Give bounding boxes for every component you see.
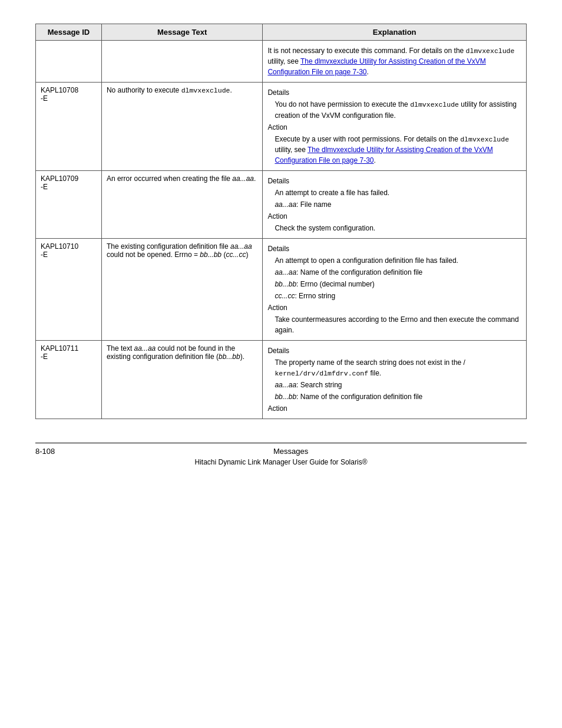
section-label-action: Action xyxy=(267,211,521,222)
link-dlmvx-1[interactable]: The dlmvxexclude Utility for Assisting C… xyxy=(267,57,485,76)
cell-explanation: Details The property name of the search … xyxy=(263,340,527,419)
section-label-details: Details xyxy=(267,345,521,356)
cell-msg-text: An error occurred when creating the file… xyxy=(101,170,263,238)
section-label-action: Action xyxy=(267,403,521,414)
col-header-explanation: Explanation xyxy=(263,24,527,41)
section-label-action: Action xyxy=(267,302,521,313)
footer-center: Messages xyxy=(273,447,308,456)
page-number: 8-108 xyxy=(35,447,55,456)
link-dlmvx-2[interactable]: The dlmvxexclude Utility for Assisting C… xyxy=(275,146,492,164)
italic-text-2: bb...bb xyxy=(275,393,296,401)
detail-text: An attempt to create a file has failed. xyxy=(267,187,521,198)
section-label-details: Details xyxy=(267,176,521,186)
cell-msg-text: The existing configuration definition fi… xyxy=(101,238,263,340)
col-header-msg-id: Message ID xyxy=(36,24,102,41)
section-label-action: Action xyxy=(267,122,521,133)
detail-text-2: aa...aa: Search string xyxy=(267,380,521,390)
footer-bottom: Hitachi Dynamic Link Manager User Guide … xyxy=(35,458,527,466)
footer-title: Hitachi Dynamic Link Manager User Guide … xyxy=(195,458,368,466)
detail-text: The property name of the search string d… xyxy=(267,357,521,378)
detail-text-2: aa...aa: Name of the configuration defin… xyxy=(267,267,521,278)
italic-text: aa...aa xyxy=(275,200,296,209)
mono-text: kernel/drv/dlmfdrv.conf xyxy=(275,370,368,377)
mono-text: dlmvxexclude xyxy=(466,47,515,55)
detail-text-4: cc...cc: Errno string xyxy=(267,291,521,301)
italic-text: aa...aa xyxy=(232,174,254,183)
mono-text: dlmvxexclude xyxy=(181,87,230,94)
italic-text-3: cc...cc xyxy=(226,251,246,259)
table-row: KAPL10709-E An error occurred when creat… xyxy=(36,170,527,238)
page-content: Message ID Message Text Explanation It i… xyxy=(35,24,527,466)
footer-top: 8-108 Messages xyxy=(35,447,527,456)
table-row: KAPL10710-E The existing configuration d… xyxy=(36,238,527,340)
table-row: It is not necessary to execute this comm… xyxy=(36,41,527,83)
detail-text-2: aa...aa: File name xyxy=(267,199,521,210)
italic-text: aa...aa xyxy=(134,344,156,353)
table-row: KAPL10711-E The text aa...aa could not b… xyxy=(36,340,527,419)
detail-text: You do not have permission to execute th… xyxy=(267,99,521,120)
cell-msg-text: The text aa...aa could not be found in t… xyxy=(101,340,263,419)
detail-text-3: bb...bb: Errno (decimal number) xyxy=(267,279,521,289)
italic-text: aa...aa xyxy=(275,381,296,389)
action-text: Take countermeasures according to the Er… xyxy=(267,314,521,335)
cell-explanation: Details An attempt to create a file has … xyxy=(263,170,527,238)
italic-text-2: bb...bb xyxy=(219,353,240,361)
col-header-msg-text: Message Text xyxy=(101,24,263,41)
cell-msg-id: KAPL10710-E xyxy=(36,238,102,340)
main-table: Message ID Message Text Explanation It i… xyxy=(35,24,527,419)
action-text: Check the system configuration. xyxy=(267,223,521,233)
cell-msg-id: KAPL10711-E xyxy=(36,340,102,419)
section-label-details: Details xyxy=(267,87,521,98)
cell-msg-text xyxy=(101,41,263,83)
cell-msg-id xyxy=(36,41,102,83)
mono-text: dlmvxexclude xyxy=(460,136,509,143)
italic-text-2: bb...bb xyxy=(275,280,296,288)
cell-explanation: Details An attempt to open a configurati… xyxy=(263,238,527,340)
action-text: Execute by a user with root permissions.… xyxy=(267,134,521,166)
cell-msg-id: KAPL10709-E xyxy=(36,170,102,238)
mono-text: dlmvxexclude xyxy=(410,101,459,108)
page-footer: 8-108 Messages Hitachi Dynamic Link Mana… xyxy=(35,443,527,466)
italic-text-3: cc...cc xyxy=(275,292,295,300)
italic-text: aa...aa xyxy=(275,268,296,276)
detail-text: An attempt to open a configuration defin… xyxy=(267,255,521,266)
italic-text: aa...aa xyxy=(230,242,252,251)
cell-msg-text: No authority to execute dlmvxexclude. xyxy=(101,83,263,171)
table-row: KAPL10708-E No authority to execute dlmv… xyxy=(36,83,527,171)
detail-text-3: bb...bb: Name of the configuration defin… xyxy=(267,391,521,402)
section-label-details: Details xyxy=(267,243,521,254)
italic-text-2: bb...bb xyxy=(200,251,222,259)
cell-explanation: Details You do not have permission to ex… xyxy=(263,83,527,171)
cell-msg-id: KAPL10708-E xyxy=(36,83,102,171)
cell-explanation: It is not necessary to execute this comm… xyxy=(263,41,527,83)
explanation-text: It is not necessary to execute this comm… xyxy=(267,45,521,77)
